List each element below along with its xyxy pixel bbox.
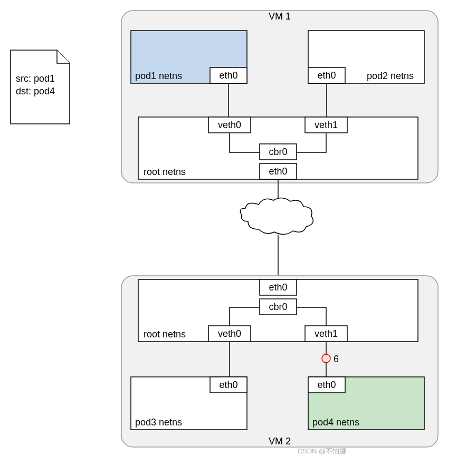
vm1-title: VM 1: [269, 11, 291, 22]
vm2-root-eth0-label: eth0: [269, 282, 287, 293]
vm2-cbr0-label: cbr0: [269, 302, 287, 312]
vm2-pod3-label: pod3 netns: [135, 417, 182, 428]
marker-6-circle: [322, 354, 330, 363]
vm2-veth1-label: veth1: [315, 328, 338, 339]
vm2-title: VM 2: [269, 436, 291, 447]
vm2-pod3-eth0-label: eth0: [219, 380, 237, 390]
packet-src: src: pod1: [16, 73, 55, 84]
vm2-root-label: root netns: [144, 329, 186, 339]
marker-6-label: 6: [334, 354, 339, 364]
packet-dst: dst: pod4: [16, 86, 55, 96]
watermark: CSDN @不怕娜: [298, 447, 347, 455]
packet-note: src: pod1 dst: pod4: [11, 50, 70, 124]
vm2-veth0-label: veth0: [218, 328, 241, 339]
vm1-pod1-label: pod1 netns: [135, 71, 182, 81]
vm1-pod1-eth0-label: eth0: [219, 70, 237, 81]
vm1-root-eth0-label: eth0: [269, 166, 287, 177]
vm1-pod2-eth0-label: eth0: [317, 70, 336, 81]
cloud: [240, 198, 313, 234]
vm1-veth1-label: veth1: [315, 120, 338, 130]
vm1-pod2-label: pod2 netns: [367, 71, 414, 81]
vm1-cbr0-label: cbr0: [269, 147, 287, 157]
vm2-pod4-label: pod4 netns: [312, 417, 359, 428]
vm1-veth0-label: veth0: [218, 120, 241, 130]
vm1-root-label: root netns: [144, 167, 186, 177]
vm2-pod4-eth0-label: eth0: [317, 380, 336, 390]
